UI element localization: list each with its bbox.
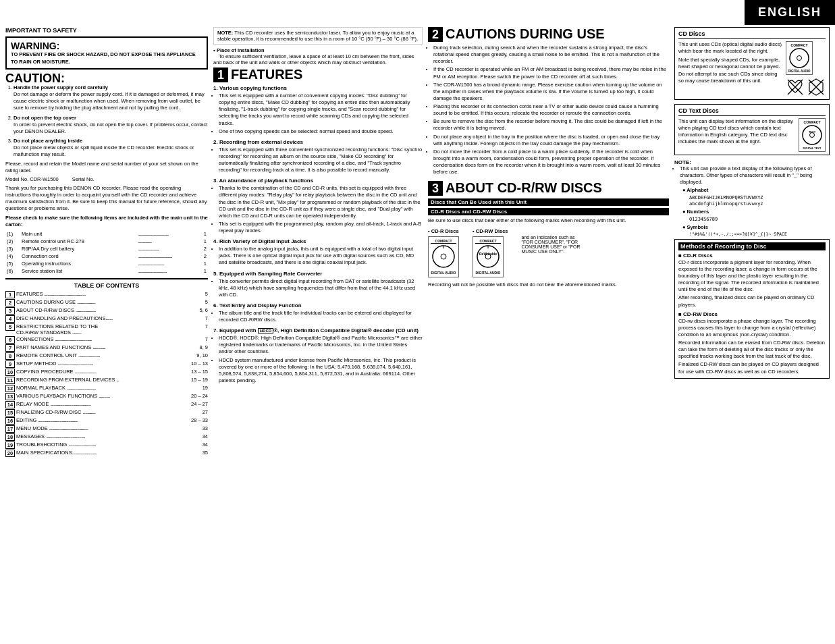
cd-disc-logo-area: COMPACT DIGITAL AUDIO <box>786 41 826 97</box>
cdr-methods-text: CD-r discs incorporate a pigment layer f… <box>678 259 826 294</box>
toc-label-1: FEATURES ...............................… <box>16 291 205 297</box>
carton-qty-4: 2 <box>201 253 207 259</box>
toc-num-11: 11 <box>5 377 15 384</box>
cautions-section: 2 CAUTIONS DURING USE During track selec… <box>428 27 669 289</box>
note-label-2: NOTE: <box>674 159 830 165</box>
about-section: 3 ABOUT CD-R/RW DISCS Discs that Can Be … <box>428 181 669 288</box>
note-bullet-1: This unit can provide a text display of … <box>680 165 830 238</box>
alphabet-label: ● Alphabet <box>682 187 830 194</box>
features-list: 1. Various copying functions This set is… <box>213 85 423 384</box>
toc-page-7: 8, 9 <box>199 344 208 350</box>
toc-page-1: 5 <box>205 291 208 297</box>
svg-point-7 <box>790 49 809 68</box>
left-column: IMPORTANT TO SAFETY WARNING: TO PREVENT … <box>5 27 208 458</box>
disc-images-row: • CD-R Discs COMPACT <box>428 228 669 277</box>
toc-num-1: 1 <box>5 291 15 298</box>
feature-6-title: 6. Text Entry and Display Function <box>213 302 423 308</box>
toc-label-10: COPYING PROCEDURE ......................… <box>16 369 191 375</box>
feature-7-bullets: HDCD®, HDCD®, High Definition Compatible… <box>213 335 423 384</box>
toc-page-19: 34 <box>203 441 208 448</box>
cd-discs-box: CD Discs This unit uses CDs (optical dig… <box>674 27 830 100</box>
methods-title: Methods of Recording to Disc <box>678 242 826 250</box>
svg-text:TEXT: TEXT <box>809 130 816 134</box>
compact-text-mark-box: COMPACT TEXT DIGITAL TEXT <box>799 118 826 152</box>
toc-num-12: 12 <box>5 385 15 392</box>
feature-3-bullets: Thanks to the combination of the CD and … <box>213 185 423 234</box>
toc-num-7: 7 <box>5 344 15 352</box>
warning-title: WARNING: <box>11 41 203 51</box>
toc-label-19: TROUBLESHOOTING ........................… <box>16 441 203 448</box>
caution-use-3: The CDR-W1500 has a broad dynamic range.… <box>433 82 669 102</box>
carton-dots-6: ........................................… <box>138 268 200 274</box>
toc-page-5: 7 <box>205 323 208 329</box>
toc-num-18: 18 <box>5 433 15 441</box>
cdr-cdrw-header: CD-R Discs and CD-RW Discs <box>428 208 669 215</box>
toc-num-16: 16 <box>5 417 15 425</box>
right-inner: 2 CAUTIONS DURING USE During track selec… <box>428 27 669 289</box>
carton-num-6: (6) <box>7 268 20 274</box>
cd-discs-text-area: This unit uses CDs (optical digital audi… <box>678 41 782 84</box>
serial-label: Serial No. <box>72 176 95 182</box>
toc-page-11: 15 – 19 <box>191 377 208 383</box>
toc-label-3: ABOUT CD-R/RW DISCS ....................… <box>16 307 199 313</box>
svg-point-1 <box>441 254 446 259</box>
toc-label-14: RELAY MODE .............................… <box>16 401 191 407</box>
toc-page-17: 33 <box>203 425 208 431</box>
feature-5-text: This converter permits direct digital in… <box>219 278 423 298</box>
cd-discs-title: CD Discs <box>678 30 826 39</box>
toc-label-11: RECORDING FROM EXTERNAL DEVICES ... <box>16 377 191 383</box>
caution-item-2-title: Do not open the top cover <box>14 115 76 121</box>
heart-disc-svg <box>786 78 805 97</box>
place-install-label: Place of installation <box>217 47 264 53</box>
digital-audio-text: DIGITAL AUDIO <box>431 271 456 275</box>
model-serial: Model No. CDR-W1500 Serial No. <box>5 176 208 182</box>
toc-page-10: 13 – 15 <box>191 369 208 375</box>
compact-disc-logo-box: COMPACT DIGITAL AUDIO <box>428 236 459 277</box>
cdrw-methods-title: ■ CD-RW Discs <box>678 311 826 317</box>
caution-use-4: Placing this recorder or its connection … <box>433 103 669 117</box>
carton-name-3: R6P/AA Dry cell battery <box>22 246 136 252</box>
toc-num-9: 9 <box>5 360 15 368</box>
caution-use-6: Do not place any object in the tray in t… <box>433 134 669 147</box>
carton-num-1: (1) <box>7 231 20 237</box>
toc-num-8: 8 <box>5 352 15 360</box>
numbers-chars: 0123456789 <box>689 217 830 223</box>
caution-item-3-text: Do not place metal objects or spill liqu… <box>14 144 194 157</box>
toc-label-7: PART NAMES AND FUNCTIONS ...............… <box>16 344 199 350</box>
svg-point-0 <box>433 246 454 267</box>
note-bullets: This unit can provide a text display of … <box>674 165 830 238</box>
cd-text-logo-area: COMPACT TEXT DIGITAL TEXT <box>799 118 826 152</box>
cdr-finalized-text: After recording, finalized discs can be … <box>678 294 826 308</box>
right-column: 2 CAUTIONS DURING USE During track selec… <box>428 27 669 458</box>
methods-content: ■ CD-R Discs CD-r discs incorporate a pi… <box>678 252 826 375</box>
carton-dots-3: ................................. <box>138 246 200 252</box>
caution-use-1: During track selection, during search an… <box>433 45 669 65</box>
about-title: ABOUT CD-R/RW DISCS <box>446 181 602 194</box>
svg-point-8 <box>797 56 802 61</box>
toc-num-5: 5 <box>5 323 15 331</box>
symbols-chars: !"#$%&'()*+,-./:;<=>?@[¥]^_{|}~ SPACE <box>689 232 830 238</box>
toc-page-9: 10 – 13 <box>191 360 208 367</box>
toc-label-16: EDITING ................................… <box>16 417 191 423</box>
toc-label-9: SETUP METHOD ...........................… <box>16 360 191 367</box>
toc-num-15: 15 <box>5 409 15 417</box>
svg-text:ReWritable: ReWritable <box>479 252 497 256</box>
cd-text-text: This unit can display text information o… <box>678 118 794 146</box>
toc-label-8: REMOTE CONTROL UNIT ....................… <box>16 352 196 358</box>
toc-title: TABLE OF CONTENTS <box>5 282 208 289</box>
compact-disc-rw-box: COMPACT ReWritable DIGITAL AUDIO <box>473 236 504 277</box>
invalid-disc-shapes <box>786 78 826 97</box>
carton-dots-2: ..................... <box>138 238 200 244</box>
place-install-text: To ensure sufficient ventilation, leave … <box>213 53 414 65</box>
feature-5-title: 5. Equipped with Sampling Rate Converter <box>213 271 423 277</box>
toc-row-13: 13 VARIOUS PLAYBACK FUNCTIONS ..........… <box>5 393 208 400</box>
toc-num-19: 19 <box>5 441 15 449</box>
feature-7-title: 7. Equipped with HDCD®, High Definition … <box>213 327 423 333</box>
digital-audio-rw-text: DIGITAL AUDIO <box>475 271 501 275</box>
cdr-disc-icons: COMPACT DIGITAL AUDIO <box>428 236 459 277</box>
toc-page-8: 9, 10 <box>196 352 208 358</box>
feature-7: 7. Equipped with HDCD®, High Definition … <box>213 327 423 384</box>
toc-row-7: 7 PART NAMES AND FUNCTIONS .............… <box>5 344 208 352</box>
toc-page-14: 24 – 27 <box>191 401 208 407</box>
thank-you-text: Thank you for purchasing this DENON CD r… <box>5 185 208 213</box>
